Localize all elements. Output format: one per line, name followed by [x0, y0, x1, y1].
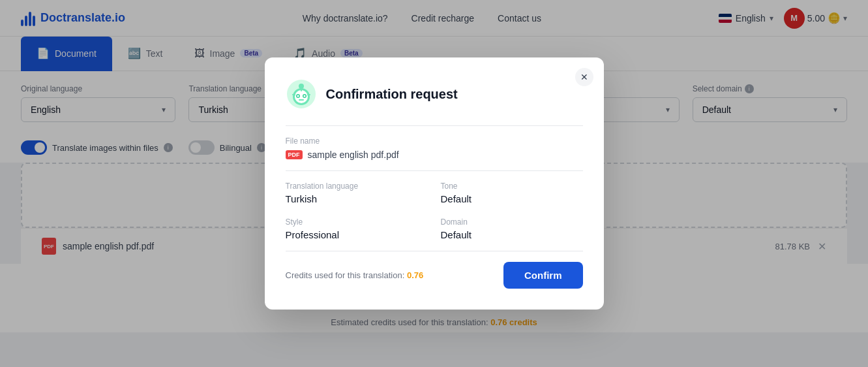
- svg-point-8: [299, 84, 304, 89]
- svg-rect-11: [307, 94, 310, 95]
- modal-tone-value: Default: [441, 193, 583, 204]
- modal-logo-icon: [286, 78, 317, 110]
- modal-domain-value: Default: [441, 229, 583, 240]
- modal-tone-label: Tone: [441, 182, 583, 191]
- modal-style: Style Professional: [286, 217, 428, 240]
- modal-file-row: PDF sample english pdf.pdf: [286, 150, 583, 160]
- modal-translation-language: Translation language Turkish: [286, 182, 428, 204]
- modal-style-value: Professional: [286, 229, 428, 240]
- modal-file-section: File name PDF sample english pdf.pdf: [286, 136, 583, 160]
- svg-rect-9: [301, 88, 302, 91]
- modal-title: Confirmation request: [326, 87, 458, 102]
- svg-point-6: [303, 95, 305, 97]
- modal-divider-3: [286, 251, 583, 251]
- confirm-button[interactable]: Confirm: [503, 262, 583, 289]
- modal-domain: Domain Default: [441, 217, 583, 240]
- modal-details-grid: Translation language Turkish Tone Defaul…: [286, 182, 583, 240]
- modal-divider: [286, 125, 583, 126]
- modal-translation-language-value: Turkish: [286, 193, 428, 204]
- modal-divider-2: [286, 170, 583, 171]
- confirmation-modal: ✕ Confirmation request File name: [265, 57, 604, 310]
- modal-credits-text: Credits used for this translation: 0.76: [286, 270, 424, 280]
- modal-credits-label: Credits used for this translation:: [286, 270, 405, 280]
- svg-rect-10: [292, 94, 295, 95]
- modal-header: Confirmation request: [286, 78, 583, 110]
- modal-footer: Credits used for this translation: 0.76 …: [286, 262, 583, 289]
- svg-point-5: [297, 95, 299, 97]
- pdf-badge-icon: PDF: [286, 150, 303, 159]
- modal-domain-label: Domain: [441, 217, 583, 227]
- modal-tone: Tone Default: [441, 182, 583, 204]
- modal-style-label: Style: [286, 217, 428, 227]
- svg-rect-7: [299, 99, 304, 101]
- modal-file-name: sample english pdf.pdf: [308, 150, 399, 160]
- modal-credits-value: 0.76: [407, 270, 423, 280]
- modal-overlay[interactable]: ✕ Confirmation request File name: [0, 0, 868, 367]
- modal-close-button[interactable]: ✕: [575, 68, 593, 86]
- modal-file-label: File name: [286, 136, 583, 146]
- modal-translation-language-label: Translation language: [286, 182, 428, 191]
